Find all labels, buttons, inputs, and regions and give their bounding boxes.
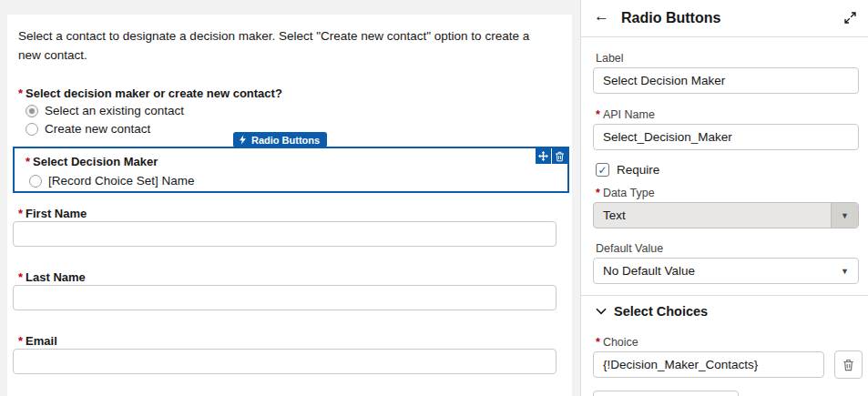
require-checkbox-label: Require [617, 163, 659, 177]
trash-icon [842, 359, 854, 371]
data-type-label: *Data Type [596, 187, 655, 199]
component-field-label: *Select Decision Maker [26, 155, 158, 168]
delete-choice-button[interactable] [834, 350, 863, 379]
email-label: *Email [18, 334, 57, 348]
first-name-label: *First Name [18, 207, 87, 220]
require-checkbox-row: ✓ Require [596, 163, 659, 177]
component-radio-option[interactable]: [Record Choice Set] Name [29, 174, 195, 188]
label-field-input[interactable] [593, 67, 859, 94]
expand-icon [844, 12, 856, 24]
next-field-partial[interactable] [593, 391, 739, 396]
lightning-bolt-icon [238, 135, 248, 145]
section-divider [581, 295, 868, 296]
required-marker: * [18, 270, 23, 284]
select-choices-heading: Select Choices [614, 304, 708, 319]
required-marker: * [18, 86, 23, 100]
component-type-badge: Radio Buttons [233, 132, 327, 147]
last-name-label-text: Last Name [26, 270, 86, 284]
api-name-input[interactable] [593, 124, 859, 150]
last-name-input[interactable] [13, 285, 557, 310]
required-marker: * [596, 336, 600, 349]
delete-component-button[interactable] [552, 148, 567, 164]
data-type-value: Text [594, 208, 831, 222]
panel-title: Radio Buttons [621, 10, 720, 26]
required-marker: * [596, 108, 600, 121]
first-name-label-text: First Name [26, 207, 87, 220]
default-value-text: No Default Value [594, 264, 841, 278]
default-value-label: Default Value [596, 242, 663, 255]
api-name-label: *API Name [596, 108, 655, 121]
component-action-buttons [536, 148, 567, 164]
require-checkbox[interactable]: ✓ [596, 163, 609, 177]
required-marker: * [26, 155, 30, 168]
panel-header: ← Radio Buttons [581, 0, 868, 37]
back-button[interactable]: ← [594, 7, 609, 25]
first-name-input[interactable] [13, 221, 557, 247]
data-type-label-text: Data Type [603, 187, 655, 199]
move-component-button[interactable] [536, 148, 551, 164]
screen-canvas: Select a contact to designate a decision… [7, 15, 572, 396]
dropdown-cap: ▼ [831, 203, 858, 228]
choice-label-text: Choice [603, 336, 638, 349]
properties-panel: ← Radio Buttons Label *API Name ✓ Requir… [580, 0, 868, 396]
data-type-dropdown[interactable]: Text ▼ [593, 202, 859, 228]
required-marker: * [18, 207, 23, 220]
choice-label: *Choice [596, 336, 638, 349]
move-icon [538, 151, 548, 161]
radio-option-label: Create new contact [45, 122, 150, 136]
required-marker: * [18, 334, 23, 348]
selected-radio-buttons-component[interactable]: *Select Decision Maker [Record Choice Se… [13, 147, 569, 193]
radio-option-create-contact[interactable]: Create new contact [26, 122, 150, 136]
default-value-dropdown[interactable]: No Default Value ▼ [593, 258, 859, 284]
last-name-label: *Last Name [18, 270, 86, 284]
decision-field-label: *Select decision maker or create new con… [18, 86, 282, 100]
chevron-down-icon: ▼ [841, 211, 849, 220]
trash-icon [555, 151, 565, 162]
expand-panel-button[interactable] [844, 12, 856, 24]
label-field-label: Label [596, 52, 624, 65]
component-radio-option-label: [Record Choice Set] Name [48, 174, 195, 188]
required-marker: * [596, 187, 600, 199]
radio-unselected-icon[interactable] [26, 123, 38, 136]
chevron-down-icon [596, 308, 607, 315]
component-type-badge-label: Radio Buttons [251, 135, 320, 146]
checkmark-icon: ✓ [597, 164, 607, 177]
radio-option-label: Select an existing contact [45, 104, 184, 117]
select-choices-section-header[interactable]: Select Choices [596, 304, 708, 319]
email-label-text: Email [26, 334, 57, 348]
decision-field-label-text: Select decision maker or create new cont… [26, 86, 282, 100]
component-field-label-text: Select Decision Maker [33, 155, 158, 168]
screen-description: Select a contact to designate a decision… [18, 26, 542, 65]
choice-input[interactable] [593, 351, 824, 378]
radio-selected-icon[interactable] [26, 105, 38, 117]
radio-unselected-icon[interactable] [29, 175, 42, 188]
api-name-label-text: API Name [603, 108, 655, 121]
chevron-down-icon: ▼ [841, 267, 858, 276]
email-input[interactable] [13, 349, 557, 374]
radio-option-existing-contact[interactable]: Select an existing contact [26, 104, 184, 117]
